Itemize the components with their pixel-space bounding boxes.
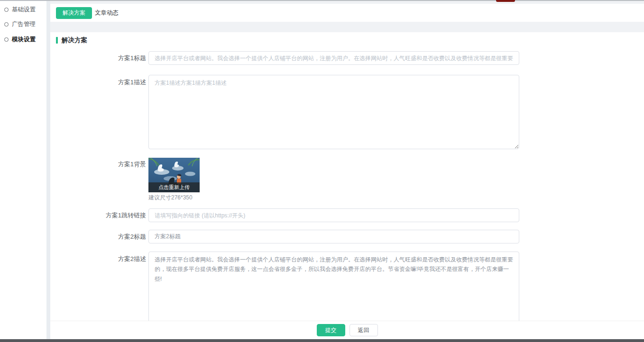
plan2-title-label: 方案2标题 xyxy=(70,233,146,241)
sidebar-item-ad-management[interactable]: 广告管理 xyxy=(4,20,36,28)
window-top-red-artifact xyxy=(496,0,515,2)
footer-action-bar: 提交 返回 xyxy=(50,321,644,339)
plan1-link-input[interactable] xyxy=(148,208,519,222)
admin-module-settings-page: 基础设置 广告管理 模块设置 解决方案 文章动态 解决方案 方案1标题 方案1描… xyxy=(0,0,644,342)
radio-circle-icon xyxy=(4,37,9,42)
plan1-desc-label: 方案1描述 xyxy=(70,78,146,87)
section-accent-bar xyxy=(56,37,58,44)
sidebar-item-label: 广告管理 xyxy=(12,20,36,28)
tab-solution[interactable]: 解决方案 xyxy=(56,7,92,19)
section-header: 解决方案 xyxy=(56,36,87,45)
plan2-desc-label: 方案2描述 xyxy=(70,255,146,263)
solution-form-panel: 解决方案 方案1标题 方案1描述 方案1背景 xyxy=(50,32,644,321)
tab-article-news[interactable]: 文章动态 xyxy=(95,7,119,19)
submit-button[interactable]: 提交 xyxy=(317,324,345,336)
plan1-bg-upload[interactable]: 点击重新上传 xyxy=(148,158,200,192)
radio-circle-icon xyxy=(4,8,9,12)
plan1-title-label: 方案1标题 xyxy=(70,54,146,63)
back-button[interactable]: 返回 xyxy=(350,324,378,336)
sidebar-item-module-settings[interactable]: 模块设置 xyxy=(4,36,36,44)
plan1-link-label: 方案1跳转链接 xyxy=(70,211,146,220)
window-bottom-bar xyxy=(0,339,644,342)
sidebar-divider xyxy=(46,1,50,339)
reupload-overlay[interactable]: 点击重新上传 xyxy=(148,182,200,192)
size-hint: 建议尺寸276*350 xyxy=(148,194,193,202)
radio-circle-icon xyxy=(4,22,9,27)
plan1-bg-label: 方案1背景 xyxy=(70,160,146,169)
plan1-title-input[interactable] xyxy=(148,51,519,65)
plan2-desc-textarea[interactable]: 选择开店平台或者网站。我会选择一个提供个人店铺平台的网站，注册为用户。在选择网站… xyxy=(148,252,519,321)
section-title: 解决方案 xyxy=(62,36,87,45)
plan2-title-input[interactable] xyxy=(148,230,519,243)
sidebar: 基础设置 广告管理 模块设置 xyxy=(0,1,46,339)
sidebar-item-label: 模块设置 xyxy=(12,36,36,44)
window-top-edge xyxy=(0,0,644,1)
sidebar-item-label: 基础设置 xyxy=(12,6,36,14)
sidebar-item-basic-settings[interactable]: 基础设置 xyxy=(4,6,36,14)
plan1-desc-textarea[interactable] xyxy=(148,75,519,149)
tab-bar: 解决方案 文章动态 xyxy=(50,4,644,22)
